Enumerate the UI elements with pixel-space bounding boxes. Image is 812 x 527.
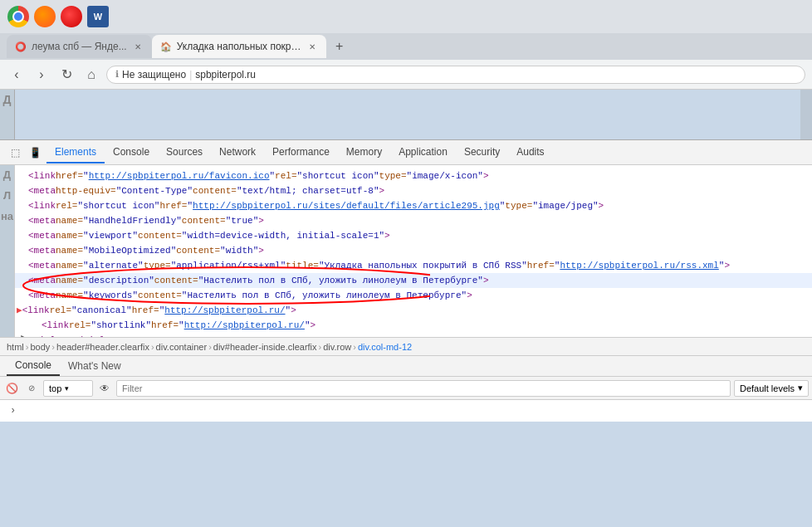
tab-performance[interactable]: Performance bbox=[264, 142, 338, 163]
levels-select[interactable]: Default levels ▾ bbox=[734, 380, 809, 397]
breadcrumb-html[interactable]: html bbox=[7, 342, 24, 352]
page-area: Д bbox=[0, 90, 812, 139]
home-button[interactable]: ⌂ bbox=[81, 65, 101, 85]
prompt-arrow: › bbox=[10, 405, 16, 417]
tab-2[interactable]: 🏠 Укладка напольных покрытий е... ✕ bbox=[152, 35, 326, 58]
link-rss[interactable]: http://spbpiterpol.ru/rss.xml bbox=[560, 261, 718, 271]
red-arrow: ▶ bbox=[17, 303, 22, 318]
title-bar: W bbox=[0, 0, 812, 33]
breadcrumb-body[interactable]: body bbox=[30, 342, 50, 352]
breadcrumb-container[interactable]: div.container bbox=[156, 342, 208, 352]
forward-button[interactable]: › bbox=[32, 65, 51, 85]
tab-sources[interactable]: Sources bbox=[158, 142, 211, 163]
tab-elements[interactable]: Elements bbox=[46, 142, 105, 163]
link-shortlink[interactable]: http://spbpiterpol.ru/ bbox=[184, 320, 305, 330]
tab-bar: ⭕ леума спб — Янде... ✕ 🏠 Укладка наполь… bbox=[0, 33, 812, 60]
browser-window: W ⭕ леума спб — Янде... ✕ 🏠 Укладка напо… bbox=[0, 0, 812, 422]
code-line-8: <meta name="description" content="Настел… bbox=[15, 273, 812, 288]
sidebar-d: Д bbox=[3, 168, 11, 181]
expand-8 bbox=[18, 273, 28, 283]
new-tab-button[interactable]: + bbox=[330, 37, 350, 56]
expand-6 bbox=[18, 243, 28, 253]
firefox-browser-icon bbox=[33, 5, 56, 28]
tab-2-title: Укладка напольных покрытий е... bbox=[177, 41, 301, 52]
breadcrumb-row[interactable]: div.row bbox=[323, 342, 351, 352]
context-select[interactable]: top ▾ bbox=[43, 380, 93, 397]
link-canonical[interactable]: http://spbpiterpol.ru/ bbox=[164, 305, 285, 315]
code-panel: <link href="http://spbpiterpol.ru/favico… bbox=[15, 165, 812, 337]
expand-5 bbox=[18, 228, 28, 238]
tab-2-favicon: 🏠 bbox=[160, 41, 172, 52]
preserve-log-button[interactable]: ⊘ bbox=[23, 380, 40, 397]
chrome-browser-icon bbox=[7, 5, 30, 28]
code-line-9: <meta name="keywords" content="Настелить… bbox=[15, 288, 812, 303]
tab-memory[interactable]: Memory bbox=[338, 142, 390, 163]
levels-arrow: ▾ bbox=[798, 383, 803, 393]
address-input[interactable]: ℹ Не защищено | spbpiterpol.ru bbox=[106, 66, 805, 84]
console-content: › bbox=[0, 400, 812, 422]
levels-label: Default levels bbox=[740, 383, 795, 393]
lock-icon: ℹ bbox=[115, 69, 119, 80]
code-line-7: <meta name="alternate" type="application… bbox=[15, 258, 812, 273]
expand-12[interactable]: ▶ bbox=[18, 333, 28, 337]
word-icon: W bbox=[87, 6, 109, 27]
address-bar: ‹ › ↻ ⌂ ℹ Не защищено | spbpiterpol.ru bbox=[0, 60, 812, 90]
eye-button[interactable]: 👁 bbox=[96, 380, 113, 397]
back-button[interactable]: ‹ bbox=[7, 65, 27, 85]
link-article[interactable]: http://spbpiterpol.ru/sites/default/file… bbox=[193, 201, 500, 211]
filter-input[interactable] bbox=[116, 380, 731, 397]
sidebar-na: на bbox=[1, 210, 13, 222]
code-line-11: <link rel="shortlink" href="http://spbpi… bbox=[15, 318, 812, 333]
tab-1-title: леума спб — Янде... bbox=[32, 41, 127, 52]
sidebar-letter-d: Д bbox=[3, 93, 12, 106]
device-toolbar-icon[interactable]: 📱 bbox=[27, 144, 43, 161]
expand-1 bbox=[18, 168, 28, 178]
tab-2-close[interactable]: ✕ bbox=[306, 41, 318, 52]
sidebar-l: Л bbox=[3, 189, 11, 202]
breadcrumb-bar: html › body › header#header.clearfix › d… bbox=[0, 337, 812, 355]
tab-application[interactable]: Application bbox=[390, 142, 456, 163]
breadcrumb-header-inside[interactable]: div#header-inside.clearfix bbox=[213, 342, 317, 352]
chrome-icon bbox=[7, 6, 29, 27]
code-line-1: <link href="http://spbpiterpol.ru/favico… bbox=[15, 168, 812, 183]
context-select-arrow: ▾ bbox=[65, 384, 69, 393]
code-line-6: <meta name="MobileOptimized" content="wi… bbox=[15, 243, 812, 258]
code-line-4: <meta name="HandheldFriendly" content="t… bbox=[15, 213, 812, 228]
refresh-button[interactable]: ↻ bbox=[56, 65, 76, 85]
page-placeholder bbox=[15, 90, 812, 139]
devtools-tabs: ⬚ 📱 Elements Console Sources Network Per… bbox=[0, 140, 812, 165]
code-line-10: ▶ <link rel="canonical" href="http://spb… bbox=[15, 303, 812, 318]
console-tab[interactable]: Console bbox=[7, 356, 60, 376]
opera-icon bbox=[61, 6, 82, 27]
tab-network[interactable]: Network bbox=[211, 142, 264, 163]
context-select-label: top bbox=[49, 383, 61, 393]
tab-1-close[interactable]: ✕ bbox=[132, 41, 144, 52]
breadcrumb-header[interactable]: header#header.clearfix bbox=[56, 342, 149, 352]
not-secure-label: Не защищено bbox=[122, 69, 186, 81]
console-toolbar: 🚫 ⊘ top ▾ 👁 Default levels ▾ bbox=[0, 377, 812, 400]
expand-11 bbox=[32, 318, 42, 328]
console-tabs: Console What's New bbox=[0, 355, 812, 377]
console-prompt[interactable]: › bbox=[7, 403, 805, 418]
tab-audits[interactable]: Audits bbox=[508, 142, 552, 163]
devtools-panel: ⬚ 📱 Elements Console Sources Network Per… bbox=[0, 139, 812, 422]
tab-1[interactable]: ⭕ леума спб — Янде... ✕ bbox=[7, 35, 152, 58]
url-display: spbpiterpol.ru bbox=[195, 69, 256, 81]
expand-2 bbox=[18, 183, 28, 193]
expand-4 bbox=[18, 213, 28, 223]
scrollbar[interactable] bbox=[800, 90, 812, 139]
devtools-main: Д Л на <link href="http://spbpiterpol.ru… bbox=[0, 165, 812, 337]
code-line-2: <meta http-equiv="Content-Type" content=… bbox=[15, 183, 812, 198]
whats-new-tab[interactable]: What's New bbox=[60, 357, 130, 375]
expand-9 bbox=[18, 288, 28, 298]
devtools-icon-group: ⬚ 📱 bbox=[3, 144, 46, 161]
word-icon-container: W bbox=[86, 5, 110, 28]
link-favicon[interactable]: http://spbpiterpol.ru/favicon.ico bbox=[89, 171, 270, 181]
tab-security[interactable]: Security bbox=[456, 142, 508, 163]
left-sidebar: Д bbox=[0, 90, 15, 139]
clear-console-button[interactable]: 🚫 bbox=[3, 380, 20, 397]
tab-console[interactable]: Console bbox=[105, 142, 158, 163]
breadcrumb-col[interactable]: div.col-md-12 bbox=[358, 342, 412, 352]
select-element-icon[interactable]: ⬚ bbox=[7, 144, 23, 161]
devtools-left-sidebar: Д Л на bbox=[0, 165, 15, 337]
